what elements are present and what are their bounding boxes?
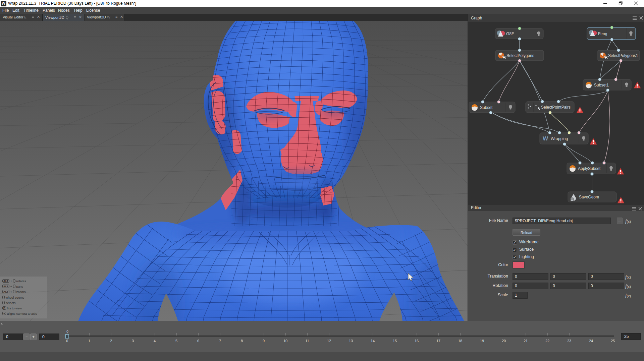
svg-text:ApplySubset: ApplySubset <box>578 166 601 171</box>
svg-text:SelectPolygons1: SelectPolygons1 <box>608 53 638 58</box>
svg-text:Subset1: Subset1 <box>594 83 609 87</box>
svg-text:Graph: Graph <box>471 16 482 20</box>
svg-text:G8F: G8F <box>506 32 514 36</box>
svg-text:W: W <box>543 135 548 142</box>
svg-text:Subset: Subset <box>480 105 493 110</box>
svg-text:SelectPolygons: SelectPolygons <box>506 53 534 58</box>
svg-text:SelectPointPairs: SelectPointPairs <box>541 105 571 110</box>
svg-text:SaveGeom: SaveGeom <box>579 195 599 199</box>
svg-text:Feng: Feng <box>598 32 607 36</box>
svg-text:Wrapping: Wrapping <box>551 136 568 141</box>
